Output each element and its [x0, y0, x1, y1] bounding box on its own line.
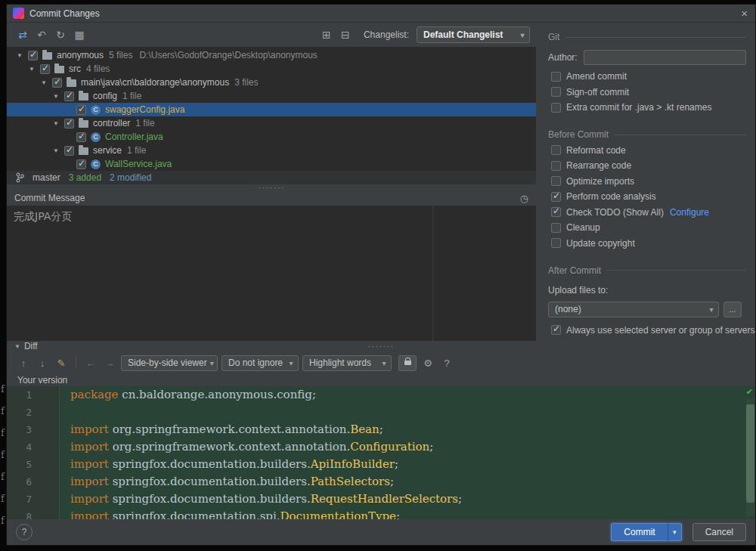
rollback-icon[interactable]: ↶ — [33, 26, 50, 43]
scrollbar-thumb[interactable] — [746, 404, 754, 503]
checkbox[interactable] — [551, 238, 561, 248]
author-field[interactable] — [584, 50, 746, 65]
checkbox[interactable] — [551, 103, 561, 113]
browse-servers-button[interactable]: ... — [723, 302, 742, 317]
edit-source-icon[interactable]: ✎ — [54, 355, 69, 370]
checkbox[interactable] — [551, 72, 561, 82]
diff-help-icon[interactable]: ? — [439, 355, 454, 370]
commit-message-input[interactable]: 完成JPA分页 — [7, 206, 536, 341]
expander-icon[interactable]: ▼ — [51, 120, 61, 127]
checkbox-option[interactable]: Update copyright — [548, 238, 746, 249]
after-commit-options: Always use selected server or group of s… — [548, 325, 746, 336]
checkbox-option[interactable]: Sign-off commit — [548, 87, 746, 98]
commit-message-text: 完成JPA分页 — [14, 210, 72, 222]
checkbox-option[interactable]: Optimize imports — [548, 176, 746, 187]
code-token: import — [70, 509, 113, 519]
checkbox[interactable] — [551, 145, 561, 155]
highlight-policy-select[interactable]: Highlight words ▾ — [302, 355, 392, 371]
commit-dropdown-button[interactable]: ▾ — [668, 523, 682, 541]
commit-message-header: Commit Message ◷ — [7, 190, 536, 206]
expand-all-icon[interactable]: ⊞ — [318, 26, 335, 43]
editor-scrollbar[interactable] — [746, 398, 754, 516]
tree-row-file[interactable]: CController.java — [7, 130, 536, 144]
cancel-button[interactable]: Cancel — [692, 523, 746, 541]
include-checkbox[interactable] — [76, 105, 86, 115]
tree-row-file[interactable]: CWallService.java — [7, 157, 536, 171]
message-history-icon[interactable]: ◷ — [520, 193, 528, 204]
code-token: ; — [429, 440, 433, 453]
checkbox-option[interactable]: Perform code analysis — [548, 191, 746, 202]
git-section-header: Git — [548, 32, 746, 42]
branch-name[interactable]: master — [33, 172, 60, 183]
expander-icon[interactable]: ▼ — [39, 79, 49, 86]
checkbox-option[interactable]: Amend commit — [548, 71, 746, 82]
checkbox-label: Always use selected server or group of s… — [566, 325, 754, 336]
checkbox[interactable] — [551, 176, 561, 186]
include-checkbox[interactable] — [52, 78, 62, 88]
expander-icon[interactable]: ▼ — [51, 147, 61, 154]
whitespace-policy-select[interactable]: Do not ignore ▾ — [222, 355, 299, 371]
tree-node-label: main\java\cn\baldorange\anonymous — [81, 77, 229, 88]
previous-change-icon[interactable]: ↑ — [16, 355, 31, 370]
after-commit-section-header: After Commit — [548, 265, 746, 276]
refresh-icon[interactable]: ↻ — [52, 26, 69, 43]
tree-row-directory[interactable]: ▼anonymous5 filesD:\Users\GodofOrange\De… — [7, 48, 536, 62]
checkbox[interactable] — [551, 325, 561, 335]
checkbox-option[interactable]: Extra commit for .java > .kt renames — [548, 102, 746, 113]
close-icon[interactable]: × — [741, 8, 748, 19]
checkbox-option[interactable]: Cleanup — [548, 222, 746, 233]
commit-button[interactable]: Commit — [611, 523, 667, 541]
next-change-icon[interactable]: ↓ — [35, 355, 50, 370]
expander-icon[interactable]: ▼ — [51, 93, 61, 100]
include-checkbox[interactable] — [76, 159, 86, 169]
splitter-handle[interactable] — [7, 184, 536, 190]
checkbox-option[interactable]: Rearrange code — [548, 160, 746, 171]
configure-link[interactable]: Configure — [670, 207, 709, 218]
tree-row-directory[interactable]: ▼src4 files — [7, 62, 536, 76]
diff-section-header[interactable]: ······· ▼ Diff — [7, 341, 755, 351]
line-number: 6 — [7, 473, 60, 491]
help-button[interactable]: ? — [16, 524, 33, 540]
back-icon[interactable]: ← — [83, 355, 98, 370]
group-by-directory-icon[interactable]: ▦ — [71, 26, 88, 43]
splitter-dots[interactable]: ······· — [7, 341, 755, 351]
include-checkbox[interactable] — [64, 146, 74, 156]
code-token: org.springframework.context.annotation. — [113, 440, 351, 453]
show-diff-icon[interactable]: ⇄ — [14, 26, 31, 43]
checkbox[interactable] — [551, 192, 561, 202]
tree-row-directory[interactable]: ▼main\java\cn\baldorange\anonymous3 file… — [7, 76, 536, 89]
divider — [607, 270, 746, 271]
diff-settings-icon[interactable]: ⚙ — [420, 355, 435, 370]
tree-row-directory[interactable]: ▼config1 file — [7, 89, 536, 103]
expander-icon[interactable]: ▼ — [14, 52, 25, 59]
tree-row-directory[interactable]: ▼controller1 file — [7, 116, 536, 130]
version-label-row: Your version — [7, 374, 755, 386]
checkbox-option[interactable]: Always use selected server or group of s… — [548, 325, 746, 336]
viewer-mode-select[interactable]: Side-by-side viewer ▾ — [121, 355, 218, 371]
checkbox-option[interactable]: Check TODO (Show All)Configure — [548, 207, 746, 218]
file-count: 1 file — [127, 145, 146, 156]
forward-icon[interactable]: → — [102, 355, 117, 370]
checkbox[interactable] — [551, 223, 561, 233]
collapse-all-icon[interactable]: ⊟ — [337, 26, 354, 43]
checkbox[interactable] — [551, 207, 561, 217]
include-checkbox[interactable] — [64, 91, 74, 101]
include-checkbox[interactable] — [40, 64, 50, 74]
include-checkbox[interactable] — [76, 132, 86, 142]
changelist-select[interactable]: Default Changelist ▾ — [417, 26, 530, 43]
tree-row-file[interactable]: CswaggerConfig.java — [7, 103, 536, 116]
checkbox[interactable] — [551, 161, 561, 171]
title-bar[interactable]: Commit Changes × — [7, 5, 755, 23]
inspection-status-icon[interactable]: ✔ — [746, 387, 753, 397]
include-checkbox[interactable] — [28, 51, 38, 60]
code-token: ; — [390, 475, 394, 488]
expander-icon[interactable]: ▼ — [26, 66, 37, 73]
checkbox[interactable] — [551, 87, 561, 97]
checkbox-option[interactable]: Reformat code — [548, 145, 746, 156]
code-text: import org.springframework.context.annot… — [60, 421, 383, 438]
include-checkbox[interactable] — [64, 119, 74, 128]
disable-editing-toggle[interactable] — [398, 355, 417, 371]
upload-server-select[interactable]: (none) ▾ — [548, 302, 719, 317]
diff-editor[interactable]: 1package cn.baldorange.anonymous.config;… — [7, 386, 755, 519]
tree-row-directory[interactable]: ▼service1 file — [7, 144, 536, 157]
